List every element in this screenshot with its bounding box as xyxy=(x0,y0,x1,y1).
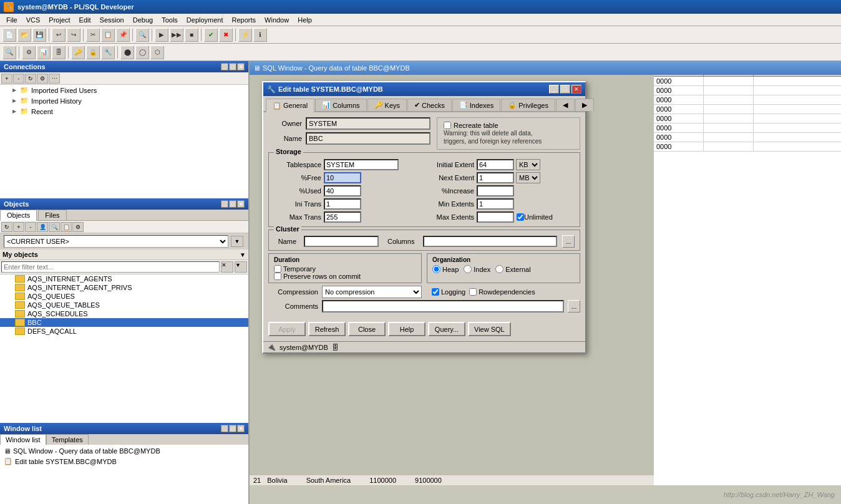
external-radio[interactable] xyxy=(495,265,503,273)
tb-cut[interactable]: ✂ xyxy=(86,28,100,42)
list-item[interactable]: AQS_SCHEDULES xyxy=(0,309,248,318)
conn-item-recent[interactable]: ▶ 📁 Recent xyxy=(0,106,248,117)
wl-item-sql[interactable]: 🖥 SQL Window - Query data of table BBC@M… xyxy=(1,446,247,456)
obj-tb-7[interactable]: ⚙ xyxy=(72,222,84,232)
tb-copy[interactable]: 📋 xyxy=(101,28,115,42)
heap-radio[interactable] xyxy=(432,265,440,273)
unlimited-checkbox[interactable] xyxy=(517,213,524,221)
list-item[interactable]: AQS_QUEUES xyxy=(0,292,248,301)
dtab-more2[interactable]: ▶ xyxy=(575,99,594,111)
next-extent-unit[interactable]: MBKBGB xyxy=(516,172,540,183)
tb2-7[interactable]: 🔧 xyxy=(101,46,115,59)
tb2-9[interactable]: ◯ xyxy=(135,46,149,59)
menu-deployment[interactable]: Deployment xyxy=(183,16,227,24)
pctused-input[interactable] xyxy=(324,185,361,196)
conn-item-history[interactable]: ▶ 📁 Imported History xyxy=(0,95,248,106)
menu-session[interactable]: Session xyxy=(96,16,128,24)
dialog-minimize[interactable]: _ xyxy=(549,85,559,94)
pctincrease-input[interactable] xyxy=(477,185,514,196)
dtab-privileges[interactable]: 🔒 Privileges xyxy=(501,99,555,111)
tb2-3[interactable]: 📊 xyxy=(37,46,51,59)
tb-new[interactable]: 📄 xyxy=(2,28,16,42)
query-button[interactable]: Query... xyxy=(428,322,465,336)
obj-tb-5[interactable]: 🔍 xyxy=(49,222,60,232)
my-objects-collapse[interactable]: ▼ xyxy=(240,251,246,258)
pctfree-input[interactable] xyxy=(324,172,361,183)
wl-restore[interactable]: □ xyxy=(229,425,236,432)
list-item-bbc[interactable]: BBC xyxy=(0,318,248,327)
initrans-input[interactable] xyxy=(324,198,361,210)
tb2-8[interactable]: ⬤ xyxy=(120,46,134,59)
list-item[interactable]: AQS_QUEUE_TABLES xyxy=(0,301,248,309)
menu-reports[interactable]: Reports xyxy=(228,16,260,24)
list-item[interactable]: AQS_INTERNET_AGENTS xyxy=(0,274,248,283)
tb-find[interactable]: 🔍 xyxy=(135,28,149,42)
compression-select[interactable]: No compression Basic Advanced xyxy=(322,286,422,298)
wl-tab-list[interactable]: Window list xyxy=(0,434,46,445)
view-sql-button[interactable]: View SQL xyxy=(468,322,511,336)
tb-undo[interactable]: ↩ xyxy=(52,28,66,42)
menu-tools[interactable]: Tools xyxy=(158,16,182,24)
initial-extent-input[interactable] xyxy=(477,159,514,170)
menu-help[interactable]: Help xyxy=(294,16,316,24)
initial-extent-unit[interactable]: KBMBGB xyxy=(516,159,540,170)
conn-refresh[interactable]: ↻ xyxy=(25,74,36,84)
index-radio[interactable] xyxy=(464,265,472,273)
cluster-name-input[interactable] xyxy=(304,236,379,247)
tb-save[interactable]: 💾 xyxy=(32,28,46,42)
tab-objects[interactable]: Objects xyxy=(0,210,37,221)
preserve-rows-checkbox[interactable] xyxy=(274,273,281,280)
menu-project[interactable]: Project xyxy=(45,16,74,24)
tb-run2[interactable]: ▶▶ xyxy=(170,28,183,42)
user-dropdown-btn[interactable]: ▼ xyxy=(231,236,243,247)
objects-restore[interactable]: □ xyxy=(229,200,236,208)
tb-commit[interactable]: ✔ xyxy=(204,28,218,42)
dtab-columns[interactable]: 📊 Columns xyxy=(315,99,366,111)
close-button[interactable]: Close xyxy=(348,322,386,336)
conn-more[interactable]: ⋯ xyxy=(49,74,60,84)
tb-redo[interactable]: ↪ xyxy=(67,28,80,42)
dtab-more[interactable]: ◀ xyxy=(556,99,575,111)
filter-input[interactable] xyxy=(1,261,220,273)
obj-tb-1[interactable]: ↻ xyxy=(1,222,12,232)
refresh-button[interactable]: Refresh xyxy=(308,322,346,336)
menu-window[interactable]: Window xyxy=(261,16,293,24)
max-extents-input[interactable] xyxy=(477,211,514,223)
apply-button[interactable]: Apply xyxy=(268,322,306,336)
tb2-5[interactable]: 🔑 xyxy=(71,46,85,59)
list-item[interactable]: DEFS_AQCALL xyxy=(0,327,248,336)
owner-input[interactable] xyxy=(306,117,430,130)
objects-close[interactable]: ✕ xyxy=(237,200,245,208)
tablespace-input[interactable] xyxy=(324,159,399,170)
wl-tab-templates[interactable]: Templates xyxy=(46,434,89,445)
menu-edit[interactable]: Edit xyxy=(75,16,95,24)
connections-close[interactable]: ✕ xyxy=(237,63,245,70)
connections-restore[interactable]: □ xyxy=(229,63,236,70)
tb-explain[interactable]: ⚡ xyxy=(238,28,252,42)
user-select[interactable]: <CURRENT USER> xyxy=(4,235,228,248)
next-extent-input[interactable] xyxy=(477,172,514,183)
menu-file[interactable]: File xyxy=(2,16,21,24)
min-extents-input[interactable] xyxy=(477,198,514,210)
maxtrans-input[interactable] xyxy=(324,211,361,223)
name-input[interactable] xyxy=(306,132,430,145)
obj-tb-2[interactable]: + xyxy=(13,222,24,232)
menu-debug[interactable]: Debug xyxy=(129,16,157,24)
recreate-checkbox[interactable] xyxy=(444,122,451,129)
tb-open[interactable]: 📂 xyxy=(17,28,31,42)
conn-remove[interactable]: - xyxy=(13,74,24,84)
comments-browse[interactable]: ... xyxy=(568,300,580,313)
help-button[interactable]: Help xyxy=(388,322,425,336)
dtab-general[interactable]: 📋 General xyxy=(266,99,314,112)
obj-tb-6[interactable]: 📋 xyxy=(61,222,72,232)
logging-checkbox[interactable] xyxy=(432,288,439,296)
cluster-columns-browse[interactable]: ... xyxy=(562,235,575,248)
cluster-columns-input[interactable] xyxy=(423,236,557,247)
tb-stop[interactable]: ■ xyxy=(185,28,198,42)
dialog-restore[interactable]: □ xyxy=(560,85,570,94)
tb2-2[interactable]: ⚙ xyxy=(22,46,36,59)
conn-settings[interactable]: ⚙ xyxy=(37,74,48,84)
dtab-keys[interactable]: 🔑 Keys xyxy=(367,99,407,111)
conn-item-fixed-users[interactable]: ▶ 📁 Imported Fixed Users xyxy=(0,85,248,95)
tb2-6[interactable]: 🔒 xyxy=(86,46,100,59)
